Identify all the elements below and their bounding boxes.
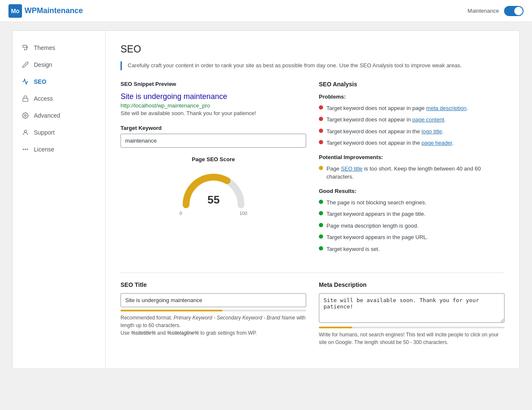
analysis-title: SEO Analysis — [319, 81, 505, 88]
seo-top-section: SEO Snippet Preview Site is undergoing m… — [121, 81, 505, 260]
red-dot-1 — [319, 105, 323, 110]
seo-title-progress-fill — [121, 310, 222, 311]
svg-point-7 — [27, 149, 28, 150]
meta-desc-hint: Write for humans, not search engines! Th… — [319, 331, 505, 346]
sidebar-item-support[interactable]: Support — [13, 124, 105, 141]
meta-desc-input[interactable]: Site will be available soon. Thank you f… — [319, 293, 505, 323]
paint-roller-icon — [21, 44, 30, 52]
problem-item-4: Target keyword does not appear in the pa… — [319, 139, 505, 147]
chart-icon — [21, 77, 30, 86]
improvement-item-1: Page SEO title is too short. Keep the le… — [319, 165, 505, 181]
meta-desc-section: Meta Description Site will be available … — [319, 281, 505, 346]
bottom-section: SEO Title Recommended format: Primary Ke… — [121, 281, 505, 346]
green-dot-4 — [319, 234, 323, 239]
svg-text:55: 55 — [207, 193, 219, 206]
page-title: SEO — [121, 44, 505, 55]
sidebar-label-license: License — [34, 146, 54, 153]
gauge-min: 0 — [180, 211, 182, 216]
meta-description-link[interactable]: meta description — [426, 105, 466, 111]
gauge-max: 100 — [239, 211, 247, 216]
svg-point-4 — [24, 130, 26, 132]
seo-title-hint: Recommended format: Primary Keyword - Se… — [121, 314, 306, 337]
keyword-input[interactable] — [121, 134, 306, 148]
good-item-3: Page meta description length is good. — [319, 222, 505, 230]
logo: Mo WPMaintenance — [8, 4, 83, 18]
pencil-icon — [21, 61, 30, 69]
red-dot-2 — [319, 117, 323, 121]
meta-desc-progress-bar — [319, 327, 505, 328]
dots-icon — [21, 145, 30, 154]
gauge-chart: 55 — [180, 169, 247, 209]
maintenance-label: Maintenance — [468, 8, 499, 14]
good-results-section: Good Results: The page is not blocking s… — [319, 188, 505, 253]
green-dot-5 — [319, 246, 323, 250]
section-divider — [121, 272, 505, 273]
seo-left-col: SEO Snippet Preview Site is undergoing m… — [121, 81, 306, 260]
svg-point-3 — [25, 115, 26, 116]
sidebar-label-design: Design — [34, 61, 52, 68]
svg-rect-2 — [23, 98, 28, 101]
red-dot-3 — [319, 129, 323, 133]
sidebar-item-themes[interactable]: Themes — [13, 39, 105, 56]
logo-icon: Mo — [8, 4, 22, 18]
good-label: Good Results: — [319, 188, 505, 194]
sidebar-label-support: Support — [34, 129, 55, 136]
sidebar-label-seo: SEO — [34, 78, 47, 85]
green-dot-3 — [319, 223, 323, 227]
page-content: SEO Carefully craft your content in orde… — [106, 31, 519, 369]
logo-title-link[interactable]: logo title — [422, 128, 442, 135]
page-header-link[interactable]: page header — [422, 140, 452, 146]
problem-item-2: Target keyword does not appear in page c… — [319, 116, 505, 124]
header: Mo WPMaintenance Maintenance — [0, 0, 532, 22]
improvements-label: Potential Improvements: — [319, 154, 505, 160]
keyword-label: Target Keyword — [121, 125, 306, 131]
seo-title-input[interactable] — [121, 293, 306, 307]
red-dot-4 — [319, 140, 323, 144]
sidebar-item-license[interactable]: License — [13, 141, 105, 158]
sidebar: Themes Design SEO Access — [13, 31, 106, 369]
page-content-link[interactable]: page content — [412, 116, 444, 123]
good-item-5: Target keyword is set. — [319, 245, 505, 253]
gauge-labels: 0 100 — [180, 211, 247, 216]
green-dot-1 — [319, 200, 323, 204]
gear-icon — [21, 111, 30, 120]
problems-label: Problems: — [319, 94, 505, 100]
seo-title-label: SEO Title — [121, 281, 306, 288]
sidebar-label-themes: Themes — [34, 44, 55, 51]
snippet-section-label: SEO Snippet Preview — [121, 81, 306, 87]
good-item-4: Target keyword appears in the page URL. — [319, 233, 505, 242]
svg-rect-0 — [23, 45, 27, 47]
logo-text: WPMaintenance — [25, 6, 83, 15]
sidebar-item-access[interactable]: Access — [13, 90, 105, 107]
snippet-desc: Site will be available soon. Thank you f… — [121, 110, 306, 116]
problem-item-3: Target keyword does not appear in the lo… — [319, 127, 505, 136]
problem-item-1: Target keyword does not appear in page m… — [319, 104, 505, 113]
snippet-url: http://localhost/wp_maintenance_pro — [121, 102, 306, 109]
gauge-container: Page SEO Score 55 0 100 — [121, 156, 306, 216]
sidebar-item-seo[interactable]: SEO — [13, 73, 105, 90]
person-icon — [21, 128, 30, 137]
meta-desc-label: Meta Description — [319, 281, 505, 288]
header-right: Maintenance — [468, 6, 524, 16]
improvements-section: Potential Improvements: Page SEO title i… — [319, 154, 505, 181]
main-wrapper: Themes Design SEO Access — [4, 22, 528, 377]
meta-desc-progress-fill — [319, 327, 352, 328]
sidebar-item-advanced[interactable]: Advanced — [13, 107, 105, 124]
sidebar-item-design[interactable]: Design — [13, 56, 105, 73]
yellow-dot-1 — [319, 166, 323, 170]
content-area: Themes Design SEO Access — [12, 30, 520, 369]
seo-title-section: SEO Title Recommended format: Primary Ke… — [121, 281, 306, 346]
seo-right-col: SEO Analysis Problems: Target keyword do… — [319, 81, 505, 260]
good-item-1: The page is not blocking search engines. — [319, 198, 505, 207]
seo-title-link[interactable]: SEO title — [341, 165, 362, 172]
good-item-2: Target keyword appears in the page title… — [319, 210, 505, 218]
maintenance-toggle[interactable] — [504, 6, 524, 16]
problems-section: Problems: Target keyword does not appear… — [319, 94, 505, 147]
green-dot-2 — [319, 211, 323, 215]
svg-point-6 — [25, 149, 26, 150]
svg-point-5 — [23, 149, 24, 150]
sidebar-label-access: Access — [34, 95, 53, 102]
seo-title-progress-bar — [121, 310, 306, 311]
snippet-title: Site is undergoing maintenance — [121, 92, 306, 101]
sidebar-label-advanced: Advanced — [34, 112, 60, 119]
